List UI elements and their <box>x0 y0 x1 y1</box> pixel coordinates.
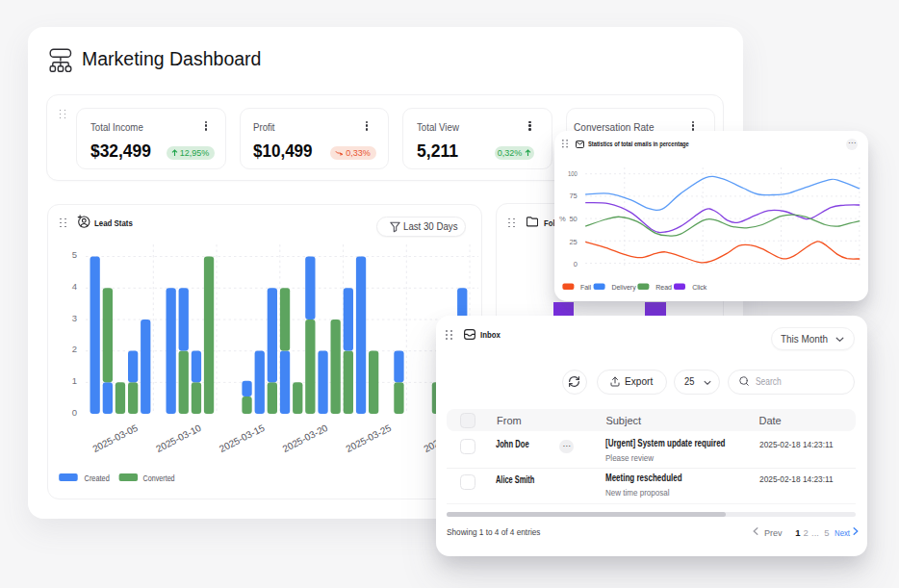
svg-text:Click: Click <box>692 284 707 291</box>
svg-text:2025-03-05: 2025-03-05 <box>90 422 140 454</box>
svg-text:2025-03-20: 2025-03-20 <box>281 422 330 454</box>
svg-text:0: 0 <box>573 260 577 268</box>
svg-text:3: 3 <box>72 313 77 323</box>
svg-text:75: 75 <box>569 192 577 200</box>
svg-text:2025-03-10: 2025-03-10 <box>154 422 203 454</box>
svg-text:Converted: Converted <box>143 473 175 483</box>
svg-text:2025-03-15: 2025-03-15 <box>218 422 267 454</box>
svg-text:100: 100 <box>568 169 578 178</box>
svg-text:%: % <box>559 215 566 223</box>
svg-text:4: 4 <box>72 281 77 292</box>
svg-text:Read: Read <box>655 284 672 291</box>
svg-text:2025-03-25: 2025-03-25 <box>344 422 393 454</box>
svg-text:0: 0 <box>72 407 77 418</box>
svg-text:5: 5 <box>72 249 77 260</box>
svg-text:2: 2 <box>72 344 77 354</box>
svg-text:50: 50 <box>569 215 577 223</box>
svg-text:Fail: Fail <box>580 284 592 291</box>
svg-text:Delivery: Delivery <box>611 284 636 292</box>
svg-text:1: 1 <box>72 375 77 386</box>
svg-text:Created: Created <box>85 473 110 483</box>
svg-text:25: 25 <box>569 238 577 246</box>
